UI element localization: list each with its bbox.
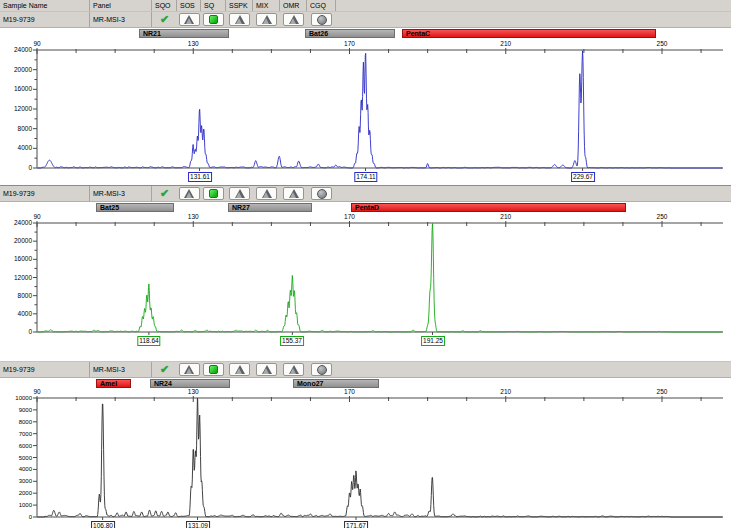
svg-text:130: 130: [188, 40, 199, 47]
panel-name-cell: MR-MSI-3: [90, 12, 152, 27]
panel-name-cell: MR-MSI-3: [90, 186, 152, 201]
flag-sq-green-square-icon: [209, 365, 218, 374]
svg-text:3000: 3000: [19, 478, 33, 484]
peak-size-label: 118.64: [137, 336, 160, 346]
y-axis: 04000800012000160002000024000: [14, 46, 37, 171]
column-header-sspk: SSPK: [226, 0, 253, 11]
peak-size-label: 131.61: [188, 172, 212, 182]
svg-text:16000: 16000: [14, 85, 32, 92]
flag-sos-triangle-icon: [184, 189, 194, 198]
peak-size-label: 171.67: [344, 521, 368, 528]
flag-mix-triangle-icon: [262, 189, 272, 198]
sample-row[interactable]: M19-9739MR-MSI-3✔: [0, 362, 731, 378]
electropherogram-panel-2[interactable]: M19-9739MR-MSI-3✔Bat25NR27PentaD90130170…: [0, 186, 731, 361]
peak-size-label: 131.09: [186, 521, 210, 528]
flag-sos-box: [179, 363, 200, 376]
svg-text:7000: 7000: [19, 431, 33, 437]
flag-mix-box: [256, 187, 277, 200]
flag-cgq-box: [311, 363, 332, 376]
y-axis: 04000800012000160002000024000: [14, 219, 37, 335]
column-header-sq: SQ: [201, 0, 226, 11]
trace-path: [37, 398, 722, 517]
peak-size-label: 174.11: [354, 172, 377, 182]
x-axis: 90130170210250: [33, 40, 723, 54]
peak-size-label: 155.37: [280, 336, 304, 346]
svg-text:130: 130: [188, 213, 199, 220]
flag-sqo-check-icon: ✔: [158, 186, 172, 201]
svg-text:9000: 9000: [19, 407, 33, 413]
svg-text:4000: 4000: [18, 144, 33, 151]
flag-cgq-box: [311, 187, 332, 200]
svg-text:20000: 20000: [14, 237, 32, 244]
peak-size-label: 191.25: [421, 336, 445, 346]
svg-text:0: 0: [28, 328, 32, 335]
svg-text:250: 250: [657, 388, 668, 395]
svg-text:5000: 5000: [19, 455, 33, 461]
electropherogram-svg[interactable]: 9013017021025004000800012000160002000024…: [0, 202, 731, 361]
flag-sq-green-square-icon: [209, 15, 218, 24]
flag-omr-box: [283, 363, 304, 376]
flag-sos-box: [179, 13, 200, 26]
flag-cgq-circle-icon: [317, 365, 327, 375]
flag-cgq-box: [311, 13, 332, 26]
flag-sspk-triangle-icon: [235, 365, 245, 374]
svg-text:90: 90: [33, 213, 41, 220]
svg-text:210: 210: [500, 388, 511, 395]
plot-area[interactable]: AmelNR24Mono2790130170210250010002000300…: [0, 378, 731, 528]
sample-row[interactable]: M19-9739MR-MSI-3✔: [0, 12, 731, 28]
column-header-sqo: SQO: [152, 0, 177, 11]
flag-mix-box: [256, 13, 277, 26]
x-axis: 90130170210250: [33, 388, 723, 402]
svg-text:0: 0: [28, 164, 32, 171]
flag-sspk-triangle-icon: [235, 15, 245, 24]
column-header-omr: OMR: [280, 0, 307, 11]
electropherogram-svg[interactable]: 9013017021025004000800012000160002000024…: [0, 28, 731, 185]
x-axis: 90130170210250: [33, 213, 723, 227]
svg-text:8000: 8000: [19, 419, 33, 425]
column-header-cgq: CGQ: [307, 0, 336, 11]
svg-text:1000: 1000: [19, 502, 33, 508]
svg-text:8000: 8000: [18, 292, 33, 299]
plot-area[interactable]: Bat25NR27PentaD9013017021025004000800012…: [0, 202, 731, 361]
flag-omr-box: [283, 187, 304, 200]
flag-omr-triangle-icon: [289, 15, 299, 24]
flag-sqo-check-icon: ✔: [158, 12, 172, 27]
sample-row[interactable]: M19-9739MR-MSI-3✔: [0, 186, 731, 202]
svg-text:2000: 2000: [19, 490, 33, 496]
svg-text:20000: 20000: [14, 66, 32, 73]
svg-text:170: 170: [344, 388, 355, 395]
flag-mix-triangle-icon: [262, 365, 272, 374]
svg-text:12000: 12000: [14, 105, 32, 112]
svg-text:6000: 6000: [19, 443, 33, 449]
flag-sspk-triangle-icon: [235, 189, 245, 198]
flag-sspk-box: [229, 187, 250, 200]
svg-text:170: 170: [344, 40, 355, 47]
svg-text:90: 90: [33, 40, 41, 47]
flag-sspk-box: [229, 363, 250, 376]
electropherogram-panel-1[interactable]: M19-9739MR-MSI-3✔NR21Bat26PentaC90130170…: [0, 12, 731, 185]
svg-text:10000: 10000: [15, 395, 32, 401]
flag-sqo-check-icon: ✔: [158, 362, 172, 377]
column-header-panel: Panel: [90, 0, 152, 11]
electropherogram-svg[interactable]: 9013017021025001000200030004000500060007…: [0, 378, 731, 528]
svg-text:210: 210: [500, 213, 511, 220]
flag-sq-box: [203, 363, 224, 376]
column-header-sos: SOS: [177, 0, 201, 11]
svg-text:24000: 24000: [14, 46, 32, 53]
peak-size-label: 106.80: [91, 521, 115, 528]
svg-text:250: 250: [657, 40, 668, 47]
plot-area[interactable]: NR21Bat26PentaC9013017021025004000800012…: [0, 28, 731, 185]
panel-name-cell: MR-MSI-3: [90, 362, 152, 377]
electropherogram-panel-3[interactable]: M19-9739MR-MSI-3✔AmelNR24Mono27901301702…: [0, 362, 731, 528]
svg-text:8000: 8000: [18, 125, 33, 132]
flag-omr-triangle-icon: [289, 189, 299, 198]
flag-mix-box: [256, 363, 277, 376]
samples-table-header: Sample Name Panel SQOSOSSQSSPKMIXOMRCGQ: [0, 0, 731, 12]
svg-text:90: 90: [33, 388, 41, 395]
fragment-analysis-window: Sample Name Panel SQOSOSSQSSPKMIXOMRCGQ …: [0, 0, 731, 528]
trace-path: [37, 223, 722, 332]
sample-name-cell: M19-9739: [0, 362, 90, 377]
flag-sos-box: [179, 187, 200, 200]
svg-text:16000: 16000: [14, 255, 32, 262]
svg-text:12000: 12000: [14, 274, 32, 281]
